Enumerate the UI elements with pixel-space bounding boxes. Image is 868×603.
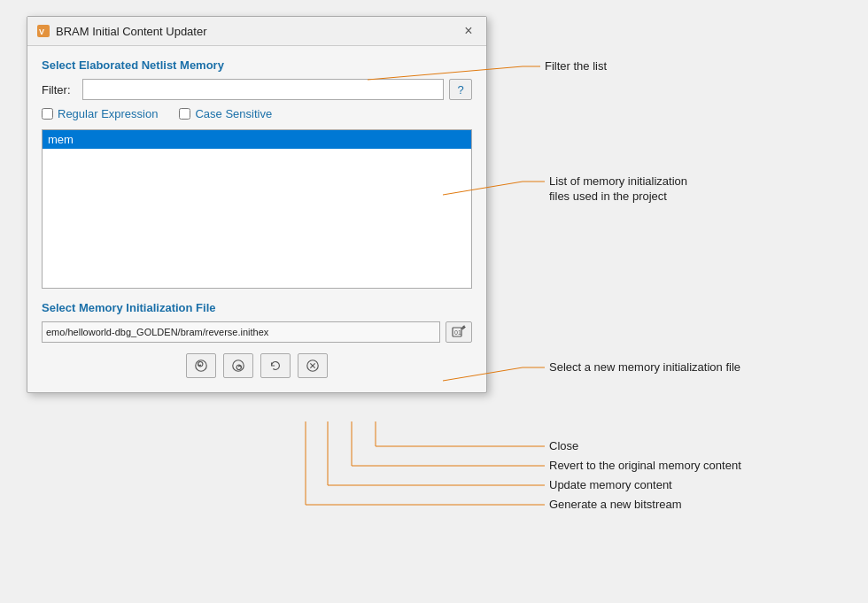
svg-text:V: V bbox=[39, 27, 44, 36]
browse-button[interactable]: 01 + bbox=[446, 321, 472, 343]
close-button[interactable] bbox=[298, 353, 328, 378]
list-item[interactable]: mem bbox=[43, 130, 471, 149]
svg-text:Select a new memory initializa: Select a new memory initialization file bbox=[549, 360, 740, 374]
checkbox-row: Regular Expression Case Sensitive bbox=[42, 107, 472, 120]
svg-text:Filter the list: Filter the list bbox=[545, 59, 607, 73]
action-buttons bbox=[42, 353, 472, 378]
select-mem-file-label: Select Memory Initialization File bbox=[42, 301, 472, 314]
filter-input[interactable] bbox=[82, 79, 444, 100]
help-button[interactable]: ? bbox=[449, 79, 472, 100]
window-close-button[interactable]: × bbox=[460, 22, 477, 40]
svg-text:Revert to the original memory : Revert to the original memory content bbox=[549, 459, 741, 472]
app-icon: V bbox=[36, 24, 50, 38]
case-sensitive-checkbox-item[interactable]: Case Sensitive bbox=[179, 107, 272, 120]
regular-expression-checkbox[interactable] bbox=[42, 108, 53, 120]
filter-row: Filter: ? bbox=[42, 79, 472, 100]
case-sensitive-checkbox[interactable] bbox=[179, 108, 190, 120]
regular-expression-label: Regular Expression bbox=[58, 107, 158, 120]
revert-button[interactable] bbox=[260, 353, 291, 378]
title-bar-left: V BRAM Initial Content Updater bbox=[36, 24, 207, 38]
regular-expression-checkbox-item[interactable]: Regular Expression bbox=[42, 107, 158, 120]
generate-bitstream-button[interactable] bbox=[186, 353, 216, 378]
svg-text:Close: Close bbox=[549, 439, 578, 452]
select-netlist-label: Select Elaborated Netlist Memory bbox=[42, 58, 472, 72]
case-sensitive-label: Case Sensitive bbox=[195, 107, 272, 120]
svg-text:01: 01 bbox=[454, 329, 461, 336]
filter-label: Filter: bbox=[42, 83, 77, 97]
svg-text:files used in the project: files used in the project bbox=[549, 189, 667, 203]
mem-file-input[interactable] bbox=[42, 321, 440, 343]
bram-dialog: V BRAM Initial Content Updater × Select … bbox=[27, 16, 487, 393]
title-bar: V BRAM Initial Content Updater × bbox=[27, 17, 486, 46]
dialog-title: BRAM Initial Content Updater bbox=[56, 25, 207, 38]
svg-text:+: + bbox=[463, 325, 467, 330]
update-memory-button[interactable] bbox=[223, 353, 253, 378]
memory-list[interactable]: mem bbox=[42, 129, 472, 289]
svg-text:Update memory content: Update memory content bbox=[549, 478, 672, 491]
mem-file-row: 01 + bbox=[42, 321, 472, 343]
dialog-body: Select Elaborated Netlist Memory Filter:… bbox=[27, 46, 486, 392]
svg-text:Generate a new bitstream: Generate a new bitstream bbox=[549, 498, 682, 511]
svg-text:List of memory initialization: List of memory initialization bbox=[549, 174, 687, 188]
